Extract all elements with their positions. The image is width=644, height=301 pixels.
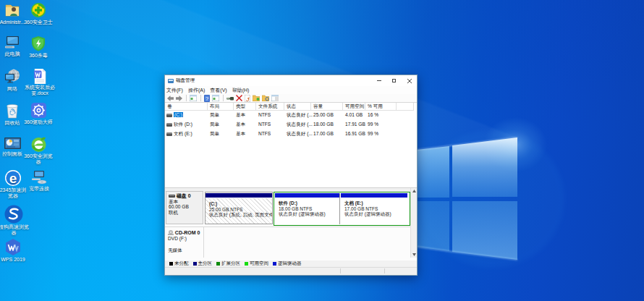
svg-text:?: ? [206, 96, 209, 102]
svg-text:e: e [9, 171, 17, 186]
